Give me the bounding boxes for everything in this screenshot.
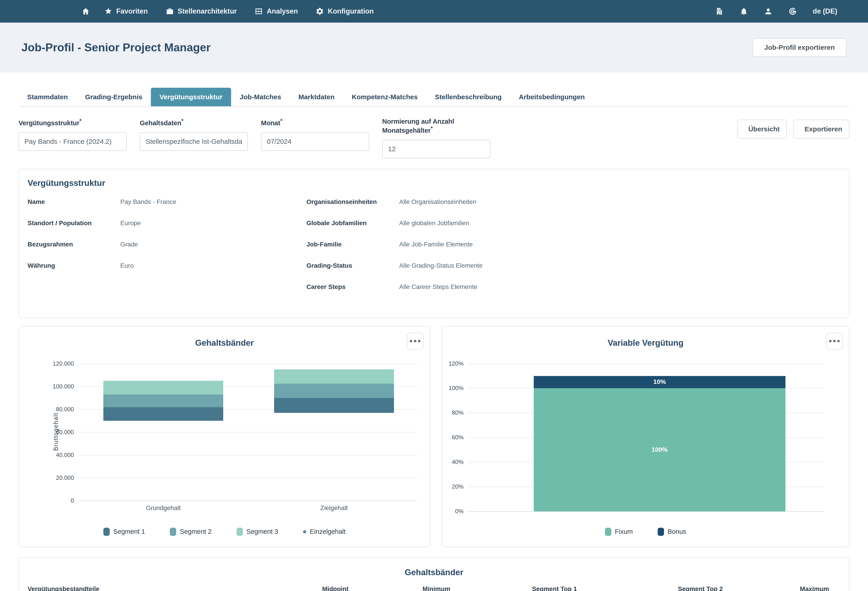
nav-item-analysen[interactable]: Analysen [254,7,301,16]
compensation-structure-panel: Vergütungsstruktur NamePay Bands - Franc… [19,169,849,318]
nav-item-favoriten[interactable]: Favoriten [104,7,152,16]
x-category-label: Grundgehalt [129,504,197,511]
required-mark: * [280,118,282,124]
tab-job-matches[interactable]: Job-Matches [231,88,290,106]
nav-item-label: Analysen [267,7,298,15]
filter-2: Monat*07/2024 [261,118,369,151]
legend-swatch [605,528,611,536]
page-title: Job-Profil - Senior Project Manager [22,41,211,54]
filter-label-text: Vergütungsstruktur [19,119,80,127]
info-grid: NamePay Bands - FranceStandort / Populat… [28,198,840,305]
tab-kompetenz-matches[interactable]: Kompetenz-Matches [343,88,426,106]
y-tick-label: 20% [442,483,464,490]
filter-label-text: Monat [261,119,280,127]
filter-select-3[interactable]: 12 [382,140,490,158]
main-content: StammdatenGrading-ErgebnisVergütungsstru… [0,88,868,591]
tab-stellenbeschreibung[interactable]: Stellenbeschreibung [426,88,510,106]
info-row: WährungEuro [28,262,297,283]
info-column-right: OrganisationseinheitenAlle Organisations… [306,198,840,305]
y-tick-label: 100% [442,385,464,392]
filter-select-1[interactable]: Stellenspezifische Ist-Gehaltsdat [140,132,248,151]
charts-row: Gehaltsbänder 020.00040.00060.00080.0001… [19,326,849,547]
table-column-vergütungsbestandteile: Vergütungsbestandteile [28,585,260,591]
logo-icon [788,7,797,16]
overview-button[interactable]: Übersicht [737,119,787,139]
tab-arbeitsbedingungen[interactable]: Arbeitsbedingungen [510,88,593,106]
bar-segment-segment-2 [274,384,394,398]
nav-left-group: FavoritenStellenarchitekturAnalysenKonfi… [81,7,377,16]
export-button[interactable]: Exportieren [793,119,849,139]
info-label: Globale Jobfamilien [306,220,399,227]
y-tick-label: 80% [442,409,464,416]
table-column-maximum: Maximum [723,585,829,591]
gear-icon [316,7,324,16]
legend-label: Segment 1 [113,528,145,535]
gridline [78,455,417,455]
nav-item-building[interactable] [715,7,727,16]
nav-item-logo[interactable] [788,7,801,16]
tab-stammdaten[interactable]: Stammdaten [19,88,77,106]
table-column-minimum: Minimum [348,585,450,591]
bar-value-label: 100% [534,446,785,453]
building-icon [715,7,724,16]
nav-item-home[interactable] [81,7,90,16]
tab-marktdaten[interactable]: Marktdaten [290,88,343,106]
table-column-segment-top-2: Segment Top 2 [577,585,723,591]
y-tick-label: 0 [19,497,74,504]
legend-label: Einzelgehalt [310,528,345,535]
y-tick-label: 120% [442,360,464,367]
select-value: Stellenspezifische Ist-Gehaltsdat [146,138,242,145]
legend-item-fixum[interactable]: Fixum [605,528,633,536]
filter-label-text: Gehaltsdaten [140,119,182,127]
legend-item-segment-2[interactable]: Segment 2 [170,528,211,536]
filter-select-2[interactable]: 07/2024 [261,132,369,151]
select-value: Pay Bands - France (2024.2) [24,138,112,145]
nav-item-de-de-[interactable]: de (DE) [813,7,841,15]
legend-item-einzelgehalt[interactable]: Einzelgehalt [303,528,345,536]
table-header-row: VergütungsbestandteileMidpointMinimumSeg… [28,585,840,591]
chart-title: Variable Vergütung [442,338,849,348]
tab-vergütungsstruktur[interactable]: Vergütungsstruktur [151,88,231,106]
job-profile-export-button[interactable]: Job-Profil exportieren [753,38,846,57]
nav-item-stellenarchitektur[interactable]: Stellenarchitektur [165,7,241,16]
legend-item-segment-3[interactable]: Segment 3 [236,528,278,536]
info-row: Job-FamilieAlle Job-Familie Elemente [306,241,840,262]
nav-item-person[interactable] [764,7,776,16]
star-icon [104,7,113,16]
briefcase-icon [165,7,174,16]
y-tick-label: 40.000 [19,451,74,458]
gridline [78,432,417,432]
export-button-label: Job-Profil exportieren [764,44,835,51]
legend-label: Segment 2 [180,528,211,535]
nav-item-bell[interactable] [740,7,752,16]
tab-grading-ergebnis[interactable]: Grading-Ergebnis [77,88,151,106]
info-column-left: NamePay Bands - FranceStandort / Populat… [28,198,297,305]
legend-swatch [658,528,664,536]
legend-item-segment-1[interactable]: Segment 1 [103,528,145,536]
filter-select-0[interactable]: Pay Bands - France (2024.2) [19,132,127,151]
required-mark: * [431,125,433,131]
info-label: Standort / Population [28,220,120,227]
y-tick-label: 60.000 [19,429,74,436]
info-row: NamePay Bands - France [28,198,297,220]
gridline [468,364,824,364]
y-tick-label: 100.000 [19,383,74,390]
legend-item-bonus[interactable]: Bonus [658,528,686,536]
info-value: Alle Organisationseinheiten [399,198,840,205]
bar-segment-segment-3 [103,381,223,395]
person-icon [764,7,772,16]
table-column-midpoint: Midpoint [260,585,348,591]
nav-item-label: Konfiguration [328,7,373,15]
filter-label-text: Normierung auf Anzahl Monatsgehälter [382,118,454,134]
chart-menu-button[interactable] [407,333,424,349]
legend-label: Fixum [615,528,633,535]
filter-3: Normierung auf Anzahl Monatsgehälter*12 [382,118,490,158]
info-row: OrganisationseinheitenAlle Organisations… [306,198,840,220]
info-value: Alle Grading-Status Elemente [399,262,840,269]
nav-item-konfiguration[interactable]: Konfiguration [316,7,377,16]
table-title: Gehaltsbänder [28,568,840,577]
chart-menu-button[interactable] [826,333,843,349]
overview-button-label: Übersicht [748,125,779,133]
filter-label: Normierung auf Anzahl Monatsgehälter* [382,118,490,134]
tab-bar: StammdatenGrading-ErgebnisVergütungsstru… [19,88,849,107]
